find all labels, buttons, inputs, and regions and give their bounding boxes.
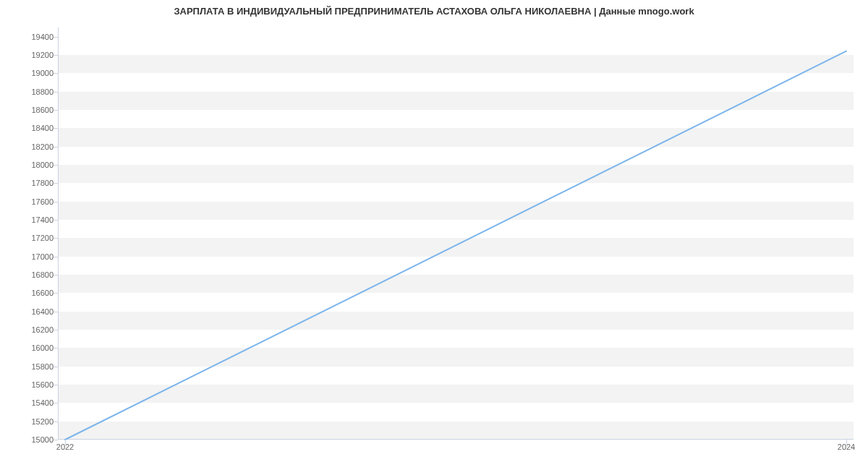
x-tick-label: 2022 bbox=[56, 443, 74, 451]
y-tick bbox=[54, 257, 58, 257]
y-tick-label: 16200 bbox=[31, 325, 54, 334]
y-tick bbox=[54, 275, 58, 275]
y-tick-label: 18000 bbox=[31, 161, 54, 169]
y-tick bbox=[54, 293, 58, 294]
y-tick-label: 17400 bbox=[31, 215, 54, 224]
y-tick-label: 15600 bbox=[31, 380, 54, 389]
y-tick-label: 16400 bbox=[31, 307, 54, 316]
y-tick bbox=[54, 220, 58, 221]
y-tick bbox=[54, 165, 58, 166]
y-tick-label: 18200 bbox=[31, 142, 54, 151]
y-tick bbox=[54, 73, 58, 74]
y-tick bbox=[54, 385, 58, 385]
y-tick-label: 19400 bbox=[31, 33, 54, 41]
x-tick-label: 2024 bbox=[838, 443, 855, 451]
y-tick bbox=[54, 183, 58, 184]
y-tick bbox=[54, 348, 58, 349]
y-tick bbox=[54, 147, 58, 148]
y-tick bbox=[54, 330, 58, 330]
y-tick bbox=[54, 202, 58, 202]
y-tick-label: 15400 bbox=[31, 398, 54, 407]
y-tick bbox=[54, 312, 58, 312]
y-tick-label: 18400 bbox=[31, 124, 54, 132]
chart-title: ЗАРПЛАТА В ИНДИВИДУАЛЬНЫЙ ПРЕДПРИНИМАТЕЛ… bbox=[0, 6, 868, 17]
y-tick-label: 19000 bbox=[31, 69, 54, 77]
y-tick-label: 17000 bbox=[31, 252, 54, 261]
y-tick bbox=[54, 92, 58, 93]
y-tick-label: 17600 bbox=[31, 197, 54, 206]
y-tick-label: 17200 bbox=[31, 234, 54, 242]
y-tick bbox=[54, 37, 58, 38]
y-tick bbox=[54, 367, 58, 367]
data-line bbox=[65, 51, 846, 440]
y-tick-label: 15000 bbox=[31, 435, 54, 444]
y-tick bbox=[54, 403, 58, 403]
y-tick bbox=[54, 238, 58, 239]
y-tick bbox=[54, 422, 58, 422]
y-tick-label: 18600 bbox=[31, 106, 54, 114]
line-layer bbox=[58, 27, 854, 440]
y-tick-label: 15200 bbox=[31, 417, 54, 426]
y-tick-label: 16000 bbox=[31, 343, 54, 352]
y-tick-label: 19200 bbox=[31, 51, 54, 59]
y-tick-label: 17800 bbox=[31, 179, 54, 187]
y-tick bbox=[54, 128, 58, 129]
y-tick-label: 16600 bbox=[31, 289, 54, 297]
y-tick bbox=[54, 110, 58, 111]
plot-area bbox=[58, 27, 854, 440]
y-tick-label: 15800 bbox=[31, 362, 54, 371]
y-tick-label: 16800 bbox=[31, 270, 54, 279]
y-tick-label: 18800 bbox=[31, 87, 54, 96]
y-tick bbox=[54, 55, 58, 56]
chart-container: ЗАРПЛАТА В ИНДИВИДУАЛЬНЫЙ ПРЕДПРИНИМАТЕЛ… bbox=[0, 0, 868, 470]
y-tick bbox=[54, 440, 58, 440]
